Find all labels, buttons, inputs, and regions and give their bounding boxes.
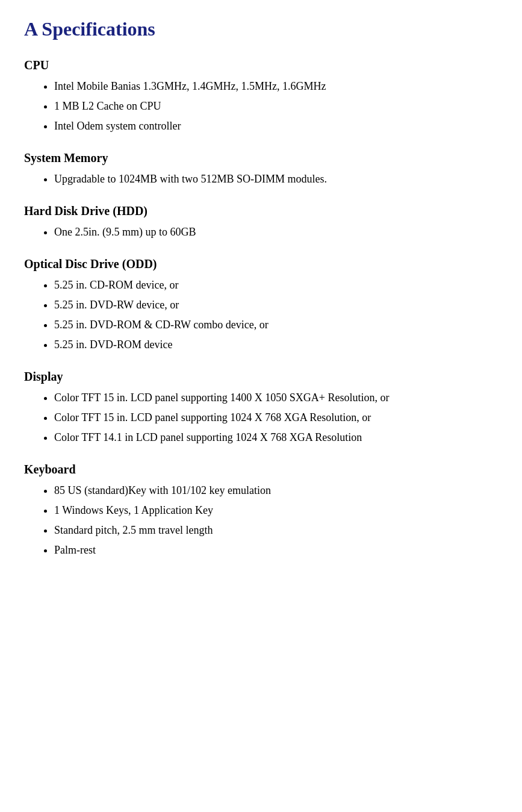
- section-heading-cpu: CPU: [24, 58, 498, 72]
- section-list-cpu: Intel Mobile Banias 1.3GMHz, 1.4GMHz, 1.…: [24, 78, 498, 134]
- list-item: 5.25 in. DVD-ROM device: [54, 337, 498, 353]
- list-item: Color TFT 14.1 in LCD panel supporting 1…: [54, 429, 498, 446]
- page-title: A Specifications: [24, 18, 498, 40]
- section-list-odd: 5.25 in. CD-ROM device, or5.25 in. DVD-R…: [24, 277, 498, 353]
- section-heading-display: Display: [24, 370, 498, 384]
- list-item: Intel Mobile Banias 1.3GMHz, 1.4GMHz, 1.…: [54, 78, 498, 95]
- list-item: Upgradable to 1024MB with two 512MB SO-D…: [54, 171, 498, 187]
- list-item: 1 Windows Keys, 1 Application Key: [54, 502, 498, 519]
- list-item: 5.25 in. DVD-ROM & CD-RW combo device, o…: [54, 317, 498, 333]
- section-keyboard: Keyboard85 US (standard)Key with 101/102…: [24, 463, 498, 558]
- list-item: 5.25 in. DVD-RW device, or: [54, 297, 498, 313]
- section-heading-system-memory: System Memory: [24, 151, 498, 165]
- section-heading-keyboard: Keyboard: [24, 463, 498, 476]
- section-hdd: Hard Disk Drive (HDD)One 2.5in. (9.5 mm)…: [24, 204, 498, 240]
- list-item: One 2.5in. (9.5 mm) up to 60GB: [54, 224, 498, 240]
- section-odd: Optical Disc Drive (ODD)5.25 in. CD-ROM …: [24, 257, 498, 353]
- section-list-keyboard: 85 US (standard)Key with 101/102 key emu…: [24, 483, 498, 558]
- section-system-memory: System MemoryUpgradable to 1024MB with t…: [24, 151, 498, 187]
- section-display: DisplayColor TFT 15 in. LCD panel suppor…: [24, 370, 498, 446]
- list-item: Standard pitch, 2.5 mm travel length: [54, 522, 498, 539]
- list-item: Palm-rest: [54, 542, 498, 558]
- section-list-system-memory: Upgradable to 1024MB with two 512MB SO-D…: [24, 171, 498, 187]
- section-heading-odd: Optical Disc Drive (ODD): [24, 257, 498, 271]
- section-heading-hdd: Hard Disk Drive (HDD): [24, 204, 498, 218]
- list-item: Color TFT 15 in. LCD panel supporting 10…: [54, 410, 498, 426]
- list-item: Intel Odem system controller: [54, 118, 498, 134]
- list-item: 1 MB L2 Cache on CPU: [54, 98, 498, 114]
- list-item: Color TFT 15 in. LCD panel supporting 14…: [54, 390, 498, 406]
- section-list-display: Color TFT 15 in. LCD panel supporting 14…: [24, 390, 498, 446]
- list-item: 85 US (standard)Key with 101/102 key emu…: [54, 483, 498, 499]
- section-cpu: CPUIntel Mobile Banias 1.3GMHz, 1.4GMHz,…: [24, 58, 498, 134]
- section-list-hdd: One 2.5in. (9.5 mm) up to 60GB: [24, 224, 498, 240]
- list-item: 5.25 in. CD-ROM device, or: [54, 277, 498, 293]
